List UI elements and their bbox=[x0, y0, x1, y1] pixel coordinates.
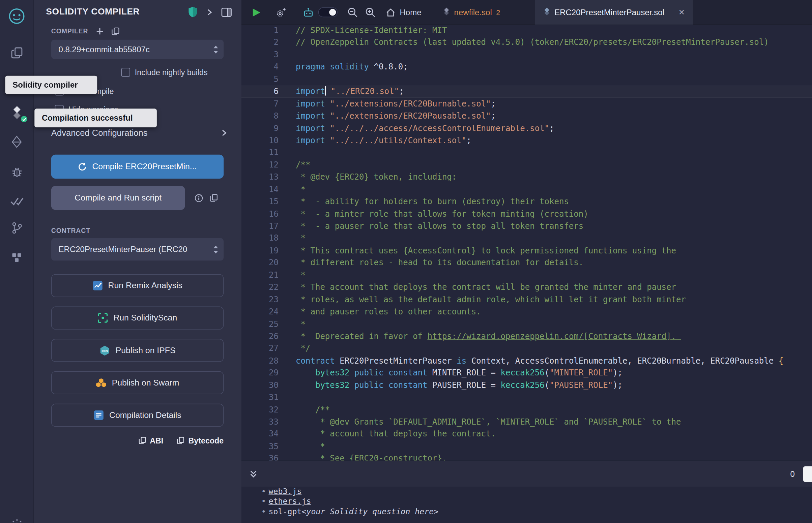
code-line[interactable]: 28contract ERC20PresetMinterPauser is Co… bbox=[242, 355, 812, 367]
code-line[interactable]: 10import "../../../utils/Context.sol"; bbox=[242, 135, 812, 147]
pin-panel-icon[interactable] bbox=[221, 7, 232, 17]
terminal-link-ethers[interactable]: ethers.js bbox=[268, 497, 311, 507]
remixai-copilot-icon[interactable] bbox=[302, 0, 314, 24]
line-number: 26 bbox=[242, 330, 279, 343]
code-line[interactable]: 16 * - a minter role that allows for tok… bbox=[242, 208, 812, 220]
remix-logo[interactable] bbox=[8, 7, 25, 25]
publish-ipfs-button[interactable]: IPFS Publish on IPFS bbox=[51, 339, 224, 362]
deploy-run-icon[interactable] bbox=[8, 133, 25, 151]
include-nightly-checkbox[interactable]: Include nightly builds bbox=[121, 68, 208, 76]
zoom-out-button[interactable] bbox=[347, 0, 358, 24]
code-line[interactable]: 26 * _Deprecated in favor of https://wiz… bbox=[242, 330, 812, 343]
analysis-chart-icon bbox=[92, 281, 103, 291]
code-line[interactable]: 34 * account that deploys the contract. bbox=[242, 428, 812, 440]
terminal-search-input[interactable] bbox=[803, 466, 812, 482]
info-icon[interactable] bbox=[194, 194, 203, 202]
code-line[interactable]: 21 * bbox=[242, 269, 812, 282]
code-line[interactable]: 1// SPDX-License-Identifier: MIT bbox=[242, 24, 812, 37]
close-tab-icon[interactable]: × bbox=[679, 7, 685, 17]
code-line[interactable]: 3 bbox=[242, 49, 812, 61]
code-line[interactable]: 24 * and pauser roles to other accounts. bbox=[242, 306, 812, 318]
line-number: 27 bbox=[242, 343, 279, 355]
code-line[interactable]: 20 * different roles - head to its docum… bbox=[242, 257, 812, 269]
line-number: 14 bbox=[242, 184, 279, 196]
run-script-play-button[interactable] bbox=[251, 0, 261, 24]
line-number: 7 bbox=[242, 98, 279, 110]
run-solidityscan-button[interactable]: Run SolidityScan bbox=[51, 307, 224, 329]
bytecode-label: Bytecode bbox=[189, 436, 224, 445]
code-line[interactable]: 7import "../extensions/ERC20Burnable.sol… bbox=[242, 98, 812, 110]
code-line[interactable]: 15 * - ability for holders to burn (dest… bbox=[242, 196, 812, 208]
compile-and-run-button[interactable]: Compile and Run script bbox=[51, 186, 185, 210]
code-line[interactable]: 2// OpenZeppelin Contracts (last updated… bbox=[242, 37, 812, 49]
code-line[interactable]: 31 bbox=[242, 392, 812, 404]
zoom-out-icon bbox=[347, 7, 358, 18]
svg-text:IPFS: IPFS bbox=[102, 349, 108, 353]
code-line[interactable]: 35 * bbox=[242, 441, 812, 453]
compile-button[interactable]: Compile ERC20PresetMin... bbox=[51, 155, 224, 179]
action-label: Run SolidityScan bbox=[113, 313, 177, 323]
terminal-collapse-button[interactable] bbox=[249, 470, 258, 478]
code-line[interactable]: 32 /** bbox=[242, 404, 812, 416]
compiler-version-select[interactable]: 0.8.29+commit.ab55807c bbox=[51, 40, 224, 59]
code-line[interactable]: 11 bbox=[242, 147, 812, 159]
chevron-right-icon bbox=[220, 129, 228, 137]
copy-bytecode-button[interactable]: Bytecode bbox=[177, 436, 224, 445]
gear-sparkle-icon bbox=[275, 6, 287, 18]
code-editor[interactable]: 1// SPDX-License-Identifier: MIT2// Open… bbox=[242, 24, 812, 461]
code-line[interactable]: 4pragma solidity ^0.8.0; bbox=[242, 61, 812, 73]
terminal[interactable]: • web3.js • ethers.js • sol-gpt <your So… bbox=[242, 487, 812, 523]
contract-select[interactable]: ERC20PresetMinterPauser (ERC20 bbox=[51, 238, 224, 261]
tab-home[interactable]: Home bbox=[384, 0, 423, 24]
publish-swarm-button[interactable]: Publish on Swarm bbox=[51, 371, 224, 394]
code-line[interactable]: 13 * @dev {ERC20} token, including: bbox=[242, 172, 812, 184]
tab-erc20presetminterpauser[interactable]: ERC20PresetMinterPauser.sol × bbox=[535, 0, 693, 24]
code-line[interactable]: 12/** bbox=[242, 159, 812, 171]
code-line[interactable]: 22 * The account that deploys the contra… bbox=[242, 282, 812, 294]
code-line[interactable]: 5 bbox=[242, 73, 812, 86]
solidity-compiler-icon[interactable] bbox=[8, 104, 25, 121]
compilation-details-button[interactable]: Compilation Details bbox=[51, 404, 224, 427]
code-line[interactable]: 29 bytes32 public constant MINTER_ROLE =… bbox=[242, 367, 812, 379]
settings-gear-icon[interactable] bbox=[8, 516, 25, 523]
copy-script-icon[interactable] bbox=[209, 194, 218, 202]
code-line[interactable]: 25 * bbox=[242, 318, 812, 330]
code-line[interactable]: 9import "../../../access/AccessControlEn… bbox=[242, 122, 812, 134]
checkbox-box bbox=[121, 68, 130, 76]
run-remix-analysis-button[interactable]: Run Remix Analysis bbox=[51, 274, 224, 297]
code-line[interactable]: 17 * - a pauser role that allows to stop… bbox=[242, 220, 812, 233]
copy-compiler-icon[interactable] bbox=[111, 27, 120, 36]
code-line[interactable]: 30 bytes32 public constant PAUSER_ROLE =… bbox=[242, 379, 812, 392]
tab-newfile-label: newfile.sol bbox=[454, 7, 492, 17]
solgpt-placeholder: <your Solidity question here> bbox=[301, 507, 438, 517]
line-number: 30 bbox=[242, 379, 279, 392]
script-runner-config-button[interactable] bbox=[275, 0, 287, 24]
code-line[interactable]: 36 * See {ERC20-constructor}. bbox=[242, 453, 812, 461]
plugin-manager-icon[interactable] bbox=[8, 249, 25, 267]
copilot-toggle[interactable] bbox=[318, 0, 338, 24]
code-line[interactable]: 18 * bbox=[242, 233, 812, 245]
code-line[interactable]: 23 * roles, as well as the default admin… bbox=[242, 294, 812, 306]
advanced-configurations-toggle[interactable]: Advanced Configurations bbox=[51, 128, 228, 138]
add-compiler-icon[interactable] bbox=[96, 28, 104, 35]
terminal-line: • web3.js bbox=[242, 487, 812, 497]
code-line[interactable]: 19 * This contract uses {AccessControl} … bbox=[242, 245, 812, 257]
debugger-bug-icon[interactable] bbox=[8, 162, 25, 180]
git-branch-icon[interactable] bbox=[8, 219, 25, 237]
editor-topbar: Home newfile.sol 2 ERC20PresetMinterPaus… bbox=[242, 0, 812, 24]
code-line[interactable]: 6import "../ERC20.sol"; bbox=[242, 86, 812, 98]
file-explorer-icon[interactable] bbox=[8, 44, 25, 62]
action-label: Publish on Swarm bbox=[112, 378, 179, 387]
zoom-in-button[interactable] bbox=[365, 0, 376, 24]
chevron-right-icon[interactable] bbox=[206, 8, 213, 16]
code-line[interactable]: 33 * @dev Grants `DEFAULT_ADMIN_ROLE`, `… bbox=[242, 416, 812, 428]
terminal-link-web3[interactable]: web3.js bbox=[268, 487, 301, 497]
code-line[interactable]: 14 * bbox=[242, 184, 812, 196]
tab-newfile[interactable]: newfile.sol 2 bbox=[441, 0, 502, 24]
unit-testing-icon[interactable] bbox=[8, 192, 25, 210]
panel-header: SOLIDITY COMPILER bbox=[46, 6, 232, 18]
copy-abi-button[interactable]: ABI bbox=[138, 436, 163, 445]
code-line[interactable]: 8import "../extensions/ERC20Pausable.sol… bbox=[242, 110, 812, 122]
compiler-actions: Run Remix Analysis Run SolidityScan IPFS… bbox=[51, 274, 224, 436]
code-line[interactable]: 27 */ bbox=[242, 343, 812, 355]
